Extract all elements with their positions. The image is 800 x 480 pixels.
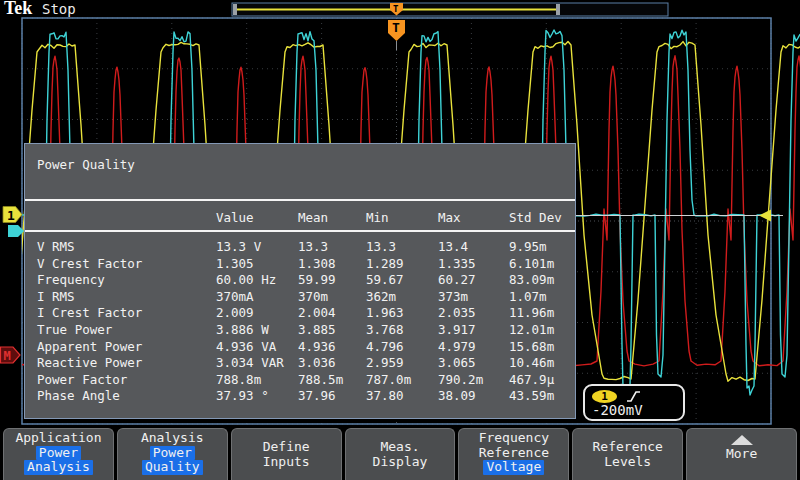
ch1-marker[interactable]: 1 xyxy=(3,207,22,223)
menu-button-application[interactable]: ApplicationPowerAnalysis xyxy=(3,428,114,480)
trigger-level-arrow xyxy=(759,210,771,222)
measurement-min: 37.80 xyxy=(366,388,404,403)
table-title: Power Quality xyxy=(37,157,135,172)
col-max: Max xyxy=(438,210,461,225)
measurement-label: V Crest Factor xyxy=(37,256,142,271)
measurement-stddev: 6.101m xyxy=(509,256,554,271)
measurement-label: True Power xyxy=(37,322,112,337)
measurement-stddev: 467.9µ xyxy=(509,372,554,387)
measurement-max: 3.065 xyxy=(438,355,476,370)
measurement-mean: 13.3 xyxy=(298,239,328,254)
measurement-min: 787.0m xyxy=(366,372,411,387)
col-min: Min xyxy=(366,210,389,225)
measurement-row: Power Factor788.8m788.5m787.0m790.2m467.… xyxy=(25,372,575,389)
col-stddev: Std Dev xyxy=(509,210,562,225)
menu-button-analysis[interactable]: AnalysisPowerQuality xyxy=(117,428,228,480)
measurement-row: Frequency60.00 Hz59.9959.6760.2783.09m xyxy=(25,272,575,289)
measurement-mean: 3.036 xyxy=(298,355,336,370)
menu-label: Display xyxy=(373,454,428,469)
measurement-stddev: 10.46m xyxy=(509,355,554,370)
menu-label: Application xyxy=(15,430,101,445)
menu-label: Quality xyxy=(142,460,203,475)
measurement-max: 2.035 xyxy=(438,305,476,320)
trigger-position-bar: T xyxy=(232,3,668,16)
measurement-mean: 4.936 xyxy=(298,339,336,354)
measurement-row: I Crest Factor2.0092.0041.9632.03511.96m xyxy=(25,305,575,322)
measurement-value: 1.305 xyxy=(216,256,254,271)
trigger-readout: 1 -200mV xyxy=(583,384,685,421)
measurement-max: 373m xyxy=(438,289,468,304)
measurement-row: I RMS370mA370m362m373m1.07m xyxy=(25,289,575,306)
col-mean: Mean xyxy=(298,210,328,225)
menu-label: Analysis xyxy=(24,460,93,475)
menu-button-frequency-reference[interactable]: FrequencyReferenceVoltage xyxy=(458,428,569,480)
measurement-label: I Crest Factor xyxy=(37,305,142,320)
measurement-min: 2.959 xyxy=(366,355,404,370)
measurement-label: Reactive Power xyxy=(37,355,142,370)
math-marker[interactable]: M xyxy=(1,347,21,363)
measurement-min: 1.963 xyxy=(366,305,404,320)
measurement-max: 790.2m xyxy=(438,372,483,387)
menu-label: Levels xyxy=(604,454,651,469)
measurement-mean: 3.885 xyxy=(298,322,336,337)
measurement-value: 370mA xyxy=(216,289,254,304)
measurement-min: 4.796 xyxy=(366,339,404,354)
menu-label: Voltage xyxy=(483,460,544,475)
measurement-row: V Crest Factor1.3051.3081.2891.3356.101m xyxy=(25,256,575,273)
menu-label: Reference xyxy=(479,445,549,460)
measurement-label: V RMS xyxy=(37,239,75,254)
menu-label: Inputs xyxy=(263,454,310,469)
measurement-min: 13.3 xyxy=(366,239,396,254)
menu-label: More xyxy=(726,446,757,461)
measurement-row: V RMS13.3 V13.313.313.49.95m xyxy=(25,239,575,256)
menu-label: Define xyxy=(263,439,310,454)
tek-logo: Tek xyxy=(4,0,32,19)
menu-button-meas-display[interactable]: Meas.Display xyxy=(345,428,456,480)
menu-button-more[interactable]: More xyxy=(686,428,797,480)
trigger-source-badge: 1 xyxy=(592,390,617,403)
menu-button-define-inputs[interactable]: DefineInputs xyxy=(231,428,342,480)
measurement-value: 37.93 ° xyxy=(216,388,269,403)
menu-label: Meas. xyxy=(380,439,419,454)
measurement-stddev: 1.07m xyxy=(509,289,547,304)
menu-label: Power xyxy=(150,446,195,461)
measurement-max: 60.27 xyxy=(438,272,476,287)
menu-button-reference-levels[interactable]: ReferenceLevels xyxy=(572,428,683,480)
measurement-stddev: 11.96m xyxy=(509,305,554,320)
measurement-stddev: 9.95m xyxy=(509,239,547,254)
oscilloscope-screen: { "header": { "logo": "Tek", "status": "… xyxy=(0,0,800,480)
arrow-up-icon xyxy=(731,435,753,445)
measurement-stddev: 83.09m xyxy=(509,272,554,287)
softkey-menu: ApplicationPowerAnalysisAnalysisPowerQua… xyxy=(0,428,800,480)
measurement-stddev: 12.01m xyxy=(509,322,554,337)
measurement-value: 4.936 VA xyxy=(216,339,276,354)
measurement-max: 4.979 xyxy=(438,339,476,354)
measurement-min: 3.768 xyxy=(366,322,404,337)
measurement-stddev: 15.68m xyxy=(509,339,554,354)
measurement-value: 2.009 xyxy=(216,305,254,320)
measurement-label: Power Factor xyxy=(37,372,127,387)
measurement-row: True Power3.886 W3.8853.7683.91712.01m xyxy=(25,322,575,339)
col-value: Value xyxy=(216,210,254,225)
measurement-max: 1.335 xyxy=(438,256,476,271)
measurement-value: 60.00 Hz xyxy=(216,272,276,287)
measurement-max: 38.09 xyxy=(438,388,476,403)
trigger-position-marker[interactable]: T xyxy=(388,20,405,50)
svg-text:T: T xyxy=(393,4,399,14)
table-body: V RMS13.3 V13.313.313.49.95mV Crest Fact… xyxy=(25,230,575,418)
menu-label: Frequency xyxy=(479,430,549,445)
trigger-level: -200mV xyxy=(592,403,683,418)
measurement-label: Phase Angle xyxy=(37,388,120,403)
measurement-mean: 37.96 xyxy=(298,388,336,403)
measurement-row: Reactive Power3.034 VAR3.0362.9593.06510… xyxy=(25,355,575,372)
menu-label: Analysis xyxy=(141,430,204,445)
measurement-value: 3.886 W xyxy=(216,322,269,337)
measurement-mean: 1.308 xyxy=(298,256,336,271)
measurement-mean: 2.004 xyxy=(298,305,336,320)
measurement-min: 1.289 xyxy=(366,256,404,271)
measurement-label: Frequency xyxy=(37,272,105,287)
svg-text:T: T xyxy=(392,20,400,35)
power-quality-table: Power Quality Value Mean Min Max Std Dev… xyxy=(24,143,576,419)
measurement-min: 362m xyxy=(366,289,396,304)
measurement-value: 13.3 V xyxy=(216,239,261,254)
